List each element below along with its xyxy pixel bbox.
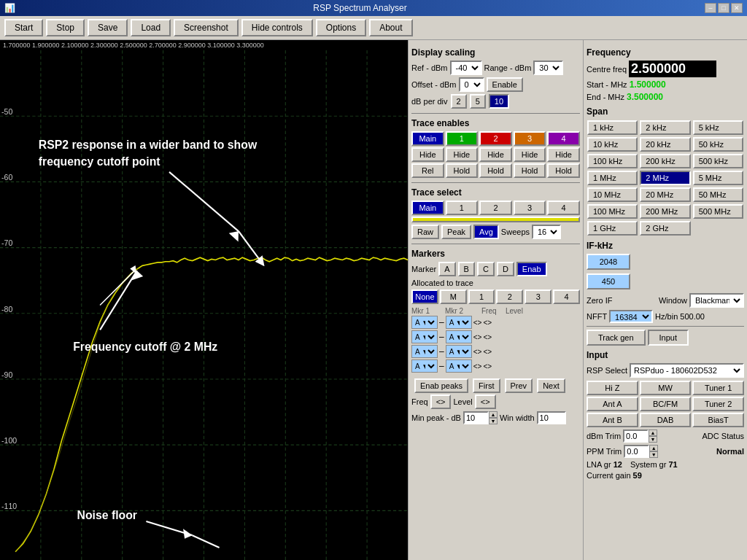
centre-freq-input[interactable] xyxy=(629,61,716,77)
tuner1-btn[interactable]: Tuner 1 xyxy=(692,381,744,395)
enable-button[interactable]: Enable xyxy=(487,77,523,92)
ppm-trim-down[interactable]: ▼ xyxy=(649,451,658,458)
span-500mhz[interactable]: 500 MHz xyxy=(693,204,743,219)
alloc-none[interactable]: None xyxy=(411,289,438,304)
hide-2-btn[interactable]: Hide xyxy=(479,147,512,162)
dbm-trim-down[interactable]: ▼ xyxy=(649,436,657,443)
mkr2-sel-1[interactable]: A ▼ xyxy=(446,316,472,329)
tuner2-btn[interactable]: Tuner 2 xyxy=(692,397,744,411)
nfft-select[interactable]: 16384 xyxy=(609,310,653,323)
minimize-button[interactable]: – xyxy=(705,3,716,13)
span-1khz[interactable]: 1 kHz xyxy=(587,120,638,135)
enab-peaks-btn[interactable]: Enab peaks xyxy=(414,378,468,393)
tsel-1[interactable]: 1 xyxy=(446,201,479,215)
span-50khz[interactable]: 50 kHz xyxy=(693,137,743,152)
ref-dropdown[interactable]: -40-50-30 xyxy=(450,61,482,75)
trace-3-btn[interactable]: 3 xyxy=(514,131,546,146)
mkr1-sel-2[interactable]: A ▼ xyxy=(411,330,438,343)
options-button[interactable]: Options xyxy=(316,19,366,36)
alloc-3[interactable]: 3 xyxy=(525,289,551,304)
span-5khz[interactable]: 5 kHz xyxy=(693,120,743,135)
mkr1-sel-4[interactable]: A ▼ xyxy=(411,359,438,373)
hiz-btn[interactable]: Hi Z xyxy=(587,381,638,395)
span-10mhz[interactable]: 10 MHz xyxy=(587,187,638,202)
range-dropdown[interactable]: 302040 xyxy=(533,61,563,75)
trace-main-btn[interactable]: Main xyxy=(411,131,444,146)
freq-icon-btn[interactable]: <> xyxy=(430,394,452,409)
span-50mhz[interactable]: 50 MHz xyxy=(693,187,743,202)
span-1mhz[interactable]: 1 MHz xyxy=(587,171,638,185)
hide-4-btn[interactable]: Hide xyxy=(547,147,580,162)
save-button[interactable]: Save xyxy=(88,19,128,36)
marker-a-btn[interactable]: A xyxy=(438,262,455,276)
hide-controls-button[interactable]: Hide controls xyxy=(241,19,313,36)
anta-btn[interactable]: Ant A xyxy=(587,397,638,411)
sweeps-dropdown[interactable]: 16 xyxy=(532,225,561,239)
window-dropdown[interactable]: Blackman xyxy=(689,293,744,308)
alloc-2[interactable]: 2 xyxy=(496,289,523,304)
trace-1-btn[interactable]: 1 xyxy=(446,131,479,146)
alloc-m[interactable]: M xyxy=(440,289,467,304)
trace-4-btn[interactable]: 4 xyxy=(547,131,580,146)
span-10khz[interactable]: 10 kHz xyxy=(587,137,638,152)
if-450-btn[interactable]: 450 xyxy=(587,273,630,289)
span-100khz[interactable]: 100 kHz xyxy=(587,154,638,168)
trackgen-tab[interactable]: Track gen xyxy=(587,330,646,346)
span-100mhz[interactable]: 100 MHz xyxy=(587,204,638,219)
rel-main-btn[interactable]: Rel xyxy=(411,163,444,178)
marker-d-btn[interactable]: D xyxy=(497,262,514,276)
level-icon-btn[interactable]: <> xyxy=(475,394,496,409)
hold-3-btn[interactable]: Hold xyxy=(514,163,546,178)
prev-btn[interactable]: Prev xyxy=(505,378,533,393)
tsel-4[interactable]: 4 xyxy=(547,201,580,215)
dab-btn[interactable]: DAB xyxy=(640,413,692,427)
bcfm-btn[interactable]: BC/FM xyxy=(640,397,692,411)
mw-btn[interactable]: MW xyxy=(640,381,692,395)
span-2khz[interactable]: 2 kHz xyxy=(640,120,690,135)
span-500khz[interactable]: 500 kHz xyxy=(693,154,743,168)
marker-b-btn[interactable]: B xyxy=(458,262,475,276)
hide-1-btn[interactable]: Hide xyxy=(446,147,479,162)
about-button[interactable]: About xyxy=(369,19,412,36)
biast-btn[interactable]: BiasT xyxy=(692,413,744,427)
alloc-4[interactable]: 4 xyxy=(553,289,580,304)
load-button[interactable]: Load xyxy=(131,19,171,36)
tsel-1-color[interactable] xyxy=(411,217,580,222)
hide-3-btn[interactable]: Hide xyxy=(514,147,546,162)
first-btn[interactable]: First xyxy=(473,378,500,393)
rsp-select-dropdown[interactable]: RSPduo - 180602D532 xyxy=(630,363,744,378)
tsel-main[interactable]: Main xyxy=(411,201,444,215)
raw-button[interactable]: Raw xyxy=(411,225,439,239)
hide-main-btn[interactable]: Hide xyxy=(411,147,444,162)
db5-button[interactable]: 5 xyxy=(470,94,486,109)
hold-4-btn[interactable]: Hold xyxy=(547,163,580,178)
min-peak-up[interactable]: ▲ xyxy=(489,411,498,418)
input-tab[interactable]: Input xyxy=(648,330,689,346)
span-200mhz[interactable]: 200 MHz xyxy=(640,204,690,219)
tsel-2[interactable]: 2 xyxy=(479,201,512,215)
mkr2-sel-2[interactable]: A ▼ xyxy=(446,330,472,343)
span-2ghz[interactable]: 2 GHz xyxy=(640,221,690,236)
next-btn[interactable]: Next xyxy=(537,378,565,393)
alloc-1[interactable]: 1 xyxy=(468,289,495,304)
offset-dropdown[interactable]: 0 xyxy=(459,77,484,92)
win-width-input[interactable] xyxy=(537,411,566,424)
db2-button[interactable]: 2 xyxy=(451,94,467,109)
antb-btn[interactable]: Ant B xyxy=(587,413,638,427)
trace-2-btn[interactable]: 2 xyxy=(479,131,512,146)
if-2048-btn[interactable]: 2048 xyxy=(587,254,630,270)
min-peak-down[interactable]: ▼ xyxy=(489,418,498,424)
close-button[interactable]: ✕ xyxy=(731,3,743,13)
span-1ghz[interactable]: 1 GHz xyxy=(587,221,638,236)
stop-button[interactable]: Stop xyxy=(46,19,85,36)
marker-enab-btn[interactable]: Enab xyxy=(516,262,547,276)
peak-button[interactable]: Peak xyxy=(441,225,471,239)
avg-button[interactable]: Avg xyxy=(473,225,499,239)
maximize-button[interactable]: □ xyxy=(718,3,729,13)
span-200khz[interactable]: 200 kHz xyxy=(640,154,690,168)
hold-2-btn[interactable]: Hold xyxy=(479,163,512,178)
min-peak-input[interactable] xyxy=(463,411,489,424)
start-button[interactable]: Start xyxy=(4,19,43,36)
span-20mhz[interactable]: 20 MHz xyxy=(640,187,690,202)
span-5mhz[interactable]: 5 MHz xyxy=(693,171,743,185)
